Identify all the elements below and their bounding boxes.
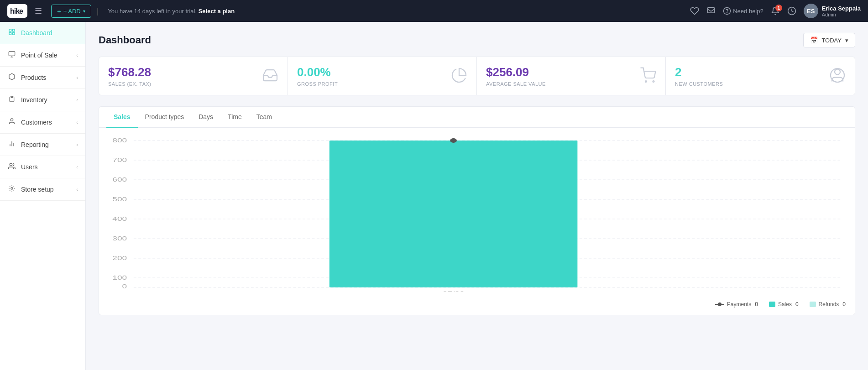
sidebar-item-store-setup[interactable]: Store setup ‹ (0, 178, 85, 201)
help-label: Need help? (733, 8, 763, 15)
svg-text:200: 200 (112, 255, 127, 261)
tab-bar: Sales Product types Days Time Team (99, 107, 855, 128)
avatar: ES (804, 4, 818, 18)
tab-product-types[interactable]: Product types (138, 107, 192, 128)
sales-legend-label: Sales (778, 301, 792, 307)
add-label: + ADD (63, 8, 81, 15)
payments-legend-count: 0 (755, 301, 758, 307)
logo-area: hike ☰ (7, 4, 44, 18)
svg-text:700: 700 (112, 156, 127, 163)
chart-container: 800 700 600 500 400 300 200 100 0 (99, 128, 855, 297)
stat-value-new-customers: 2 (675, 65, 723, 79)
refunds-legend-label: Refunds (819, 301, 839, 307)
user-menu[interactable]: ES Erica Seppala Admin (804, 4, 861, 18)
stat-cards: $768.28 SALES (EX. TAX) 0.00% GROSS PROF… (99, 57, 855, 95)
cart-icon (640, 67, 656, 87)
svg-point-19 (645, 81, 647, 82)
chart-legend: Payments 0 Sales 0 Refunds 0 (99, 297, 855, 315)
calendar-icon: 📅 (810, 36, 818, 44)
stat-card-gross-profit: 0.00% GROSS PROFIT (288, 57, 477, 95)
stat-card-info: $768.28 SALES (EX. TAX) (108, 65, 152, 87)
svg-point-22 (831, 68, 844, 82)
stat-value-gross-profit: 0.00% (297, 65, 338, 79)
svg-point-17 (10, 163, 12, 166)
svg-text:hike: hike (10, 7, 23, 15)
favorites-button[interactable] (690, 6, 699, 16)
chevron-down-icon: ▾ (83, 9, 85, 14)
notification-badge: 1 (775, 5, 782, 11)
svg-text:300: 300 (112, 235, 127, 241)
sidebar-item-dashboard[interactable]: Dashboard (0, 22, 85, 44)
sidebar-item-reporting[interactable]: Reporting ‹ (0, 134, 85, 156)
help-button[interactable]: Need help? (723, 7, 763, 15)
add-button[interactable]: + + ADD ▾ (51, 5, 91, 18)
main-content: Dashboard 📅 TODAY ▾ $768.28 SALES (EX. T… (86, 22, 868, 370)
select-plan-link[interactable]: Select a plan (199, 8, 235, 15)
sidebar-item-customers[interactable]: Customers ‹ (0, 111, 85, 134)
chevron-icon: ‹ (76, 120, 78, 125)
stat-label-new-customers: NEW CUSTOMERS (675, 81, 723, 87)
sidebar-item-label: Users (21, 163, 38, 171)
main-layout: Dashboard Point of Sale ‹ Products ‹ Inv… (0, 22, 868, 370)
stat-card-sales: $768.28 SALES (EX. TAX) (99, 57, 288, 95)
svg-rect-6 (12, 29, 15, 31)
refunds-legend-count: 0 (842, 301, 846, 307)
svg-text:07/06: 07/06 (443, 290, 465, 292)
sidebar-item-label: Point of Sale (21, 52, 57, 59)
sales-legend-count: 0 (795, 301, 799, 307)
chevron-icon: ‹ (76, 187, 78, 192)
svg-rect-7 (9, 32, 11, 35)
users-icon (7, 162, 16, 172)
svg-rect-5 (9, 29, 11, 31)
payments-legend-label: Payments (727, 301, 751, 307)
svg-text:400: 400 (112, 215, 127, 222)
sidebar-item-label: Reporting (21, 141, 49, 148)
history-button[interactable] (787, 6, 796, 16)
products-icon (7, 73, 16, 82)
hamburger-button[interactable]: ☰ (33, 5, 44, 17)
sidebar-item-label: Dashboard (21, 29, 52, 36)
sidebar-item-label: Store setup (21, 186, 54, 193)
messages-button[interactable] (706, 6, 716, 16)
chevron-icon: ‹ (76, 97, 78, 103)
tab-sales[interactable]: Sales (106, 107, 138, 128)
svg-rect-9 (9, 52, 15, 56)
svg-text:0: 0 (122, 283, 127, 289)
svg-rect-12 (11, 96, 13, 98)
svg-text:500: 500 (112, 196, 127, 202)
sidebar: Dashboard Point of Sale ‹ Products ‹ Inv… (0, 22, 86, 370)
stat-label-avg-sale: AVERAGE SALE VALUE (486, 81, 546, 87)
chevron-icon: ‹ (76, 142, 78, 147)
date-filter-label: TODAY (821, 37, 842, 44)
sidebar-item-inventory[interactable]: Inventory ‹ (0, 89, 85, 111)
tab-time[interactable]: Time (220, 107, 249, 128)
notifications-button[interactable]: 1 (771, 6, 780, 16)
stat-card-new-customers: 2 NEW CUSTOMERS (666, 57, 855, 95)
sidebar-item-point-of-sale[interactable]: Point of Sale ‹ (0, 44, 85, 67)
inbox-icon (262, 67, 278, 87)
svg-text:100: 100 (112, 274, 127, 281)
sales-legend-color (769, 302, 775, 307)
stat-card-info: $256.09 AVERAGE SALE VALUE (486, 65, 546, 87)
sidebar-item-products[interactable]: Products ‹ (0, 67, 85, 89)
content-header: Dashboard 📅 TODAY ▾ (99, 33, 855, 47)
sidebar-item-label: Inventory (21, 96, 47, 104)
stat-label-gross-profit: GROSS PROFIT (297, 81, 338, 87)
stat-card-info: 2 NEW CUSTOMERS (675, 65, 723, 87)
user-circle-icon (829, 67, 846, 87)
date-filter-button[interactable]: 📅 TODAY ▾ (803, 33, 855, 47)
sidebar-item-users[interactable]: Users ‹ (0, 156, 85, 178)
svg-rect-41 (329, 141, 578, 287)
svg-point-21 (835, 69, 840, 75)
tab-days[interactable]: Days (191, 107, 220, 128)
dashboard-icon (7, 28, 16, 37)
chevron-down-icon: ▾ (845, 37, 848, 44)
top-navigation: hike ☰ + + ADD ▾ | You have 14 days left… (0, 0, 868, 22)
svg-rect-8 (12, 32, 15, 35)
user-role: Admin (822, 12, 861, 17)
legend-sales: Sales 0 (769, 301, 799, 307)
refunds-legend-color (810, 302, 816, 307)
svg-text:800: 800 (112, 137, 127, 143)
tab-team[interactable]: Team (249, 107, 279, 128)
user-info: Erica Seppala Admin (822, 5, 861, 17)
